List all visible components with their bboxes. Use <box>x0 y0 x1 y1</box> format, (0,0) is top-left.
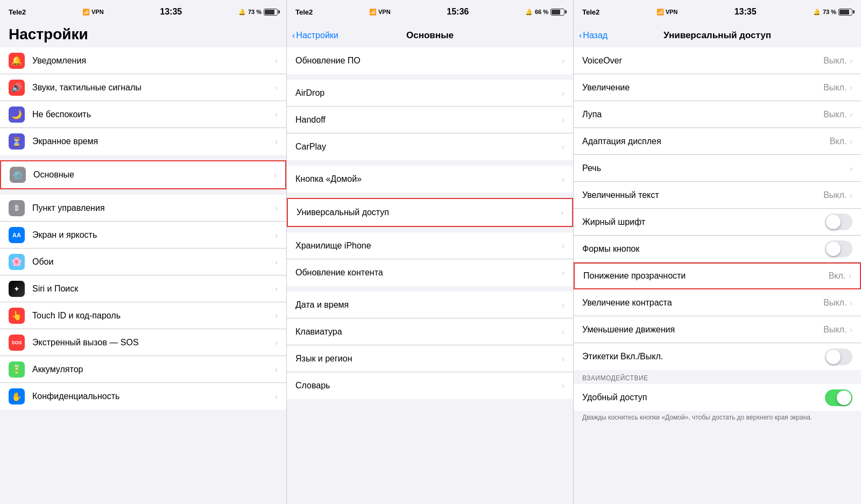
display-icon: AA <box>9 227 25 243</box>
touchid-label: Touch ID и код-пароль <box>32 311 275 321</box>
settings-list-3: VoiceOver Выкл. › Увеличение Выкл. › Луп… <box>574 47 861 504</box>
row-bgrefresh[interactable]: Обновление контента › <box>287 259 573 286</box>
page-title-1: Настройки <box>9 26 278 43</box>
row-privacy[interactable]: ✋ Конфиденциальность › <box>0 383 286 410</box>
reducemotion-chevron: › <box>850 325 852 334</box>
back-button-3[interactable]: ‹ Назад <box>579 31 608 40</box>
settings-list-1: 🔔 Уведомления › 🔊 Звуки, тактильные сигн… <box>0 47 286 504</box>
time-3: 13:35 <box>735 7 757 17</box>
row-battery[interactable]: 🔋 Аккумулятор › <box>0 356 286 383</box>
storage-label: Хранилище iPhone <box>295 241 562 251</box>
alarm-icon-1: 🔔 <box>238 9 246 16</box>
row-sounds[interactable]: 🔊 Звуки, тактильные сигналы › <box>0 74 286 101</box>
status-bar-3: Tele2 📶 VPN 13:35 🔔 73 % <box>574 0 861 24</box>
accessibility-label: Универсальный доступ <box>297 208 561 217</box>
row-increasecontrast[interactable]: Увеличение контраста Выкл. › <box>574 289 861 316</box>
battery-fill-3 <box>839 10 849 15</box>
row-datetime[interactable]: Дата и время › <box>287 292 573 318</box>
row-language[interactable]: Язык и регион › <box>287 345 573 372</box>
row-touchid[interactable]: 👆 Touch ID и код-пароль › <box>0 302 286 329</box>
notifications-icon: 🔔 <box>9 53 25 69</box>
boldtext-toggle[interactable] <box>825 214 852 230</box>
group-2-6: Дата и время › Клавиатура › Язык и регио… <box>287 292 573 399</box>
assistivetouch-label: Удобный доступ <box>582 393 825 402</box>
siri-label: Siri и Поиск <box>32 284 275 294</box>
row-reducetransparency[interactable]: Понижение прозрачности Вкл. › <box>574 262 861 289</box>
handoff-chevron: › <box>562 116 564 124</box>
row-zoom[interactable]: Увеличение Выкл. › <box>574 74 861 101</box>
row-buttonshapes[interactable]: Формы кнопок <box>574 236 861 262</box>
row-boldtext[interactable]: Жирный шрифт <box>574 209 861 236</box>
displayadapt-chevron: › <box>850 137 852 146</box>
group-2-3: Кнопка «Домой» › <box>287 166 573 193</box>
row-homebutton[interactable]: Кнопка «Домой» › <box>287 166 573 193</box>
row-largetext[interactable]: Увеличенный текст Выкл. › <box>574 182 861 209</box>
right-icons-3: 🔔 73 % <box>813 9 852 16</box>
row-screentime[interactable]: ⏳ Экранное время › <box>0 128 286 155</box>
row-handoff[interactable]: Handoff › <box>287 107 573 133</box>
battery-fill-2 <box>552 10 560 15</box>
onofflabels-label: Этикетки Вкл./Выкл. <box>582 352 825 361</box>
row-dictionary[interactable]: Словарь › <box>287 372 573 399</box>
reducetransparency-chevron: › <box>849 272 851 280</box>
privacy-label: Конфиденциальность <box>32 392 275 401</box>
row-assistivetouch[interactable]: Удобный доступ <box>574 384 861 411</box>
back-button-2[interactable]: ‹ Настройки <box>292 31 338 40</box>
row-general[interactable]: ⚙️ Основные › <box>1 161 285 188</box>
interaction-section-header: ВЗАИМОДЕЙСТВИЕ <box>574 370 861 384</box>
onofflabels-toggle[interactable] <box>825 349 852 365</box>
dictionary-chevron: › <box>562 381 564 390</box>
loupe-label: Лупа <box>582 110 823 119</box>
keyboard-label: Клавиатура <box>295 327 562 337</box>
voiceover-chevron: › <box>850 56 852 65</box>
row-keyboard[interactable]: Клавиатура › <box>287 318 573 345</box>
notifications-chevron: › <box>275 56 278 65</box>
row-speech[interactable]: Речь › <box>574 155 861 182</box>
row-reducemotion[interactable]: Уменьшение движения Выкл. › <box>574 316 861 343</box>
row-dnd[interactable]: 🌙 Не беспокоить › <box>0 101 286 128</box>
loupe-chevron: › <box>850 110 852 119</box>
increasecontrast-value: Выкл. <box>823 298 846 308</box>
back-chevron-3: ‹ <box>579 31 582 40</box>
battery-label: Аккумулятор <box>32 365 275 374</box>
group-1-1: 🔔 Уведомления › 🔊 Звуки, тактильные сигн… <box>0 47 286 155</box>
row-carplay[interactable]: CarPlay › <box>287 133 573 160</box>
storage-chevron: › <box>562 242 564 250</box>
row-loupe[interactable]: Лупа Выкл. › <box>574 101 861 128</box>
row-control[interactable]: 🎛 Пункт управления › <box>0 195 286 222</box>
wifi-icon-2: 📶 VPN <box>369 9 391 16</box>
row-accessibility[interactable]: Универсальный доступ › <box>288 199 572 226</box>
general-label: Основные <box>33 170 274 180</box>
row-wallpaper[interactable]: 🌸 Обои › <box>0 249 286 275</box>
dnd-icon: 🌙 <box>9 107 25 123</box>
buttonshapes-toggle-knob <box>826 242 841 256</box>
notifications-label: Уведомления <box>32 56 275 66</box>
assistivetouch-toggle[interactable] <box>825 389 852 406</box>
row-update[interactable]: Обновление ПО › <box>287 47 573 74</box>
row-display[interactable]: AA Экран и яркость › <box>0 222 286 249</box>
row-siri[interactable]: ✦ Siri и Поиск › <box>0 275 286 302</box>
accessibility-footer: Дважды коснитесь кнопки «Домой», чтобы д… <box>574 411 861 427</box>
dnd-chevron: › <box>275 110 278 119</box>
sos-label: Экстренный вызов — SOS <box>32 338 275 347</box>
control-icon: 🎛 <box>9 200 25 216</box>
buttonshapes-toggle[interactable] <box>825 240 852 257</box>
status-bar-2: Tele2 📶 VPN 15:36 🔔 66 % <box>287 0 573 24</box>
row-airdrop[interactable]: AirDrop › <box>287 80 573 107</box>
row-notifications[interactable]: 🔔 Уведомления › <box>0 47 286 74</box>
general-icon: ⚙️ <box>10 167 26 183</box>
status-bar-1: Tele2 📶 VPN 13:35 🔔 73 % <box>0 0 286 24</box>
row-displayadapt[interactable]: Адаптация дисплея Вкл. › <box>574 128 861 155</box>
row-onofflabels[interactable]: Этикетки Вкл./Выкл. <box>574 343 861 370</box>
group-1-2: ⚙️ Основные › <box>0 160 286 189</box>
accessibility-chevron: › <box>561 208 563 217</box>
group-3-1: VoiceOver Выкл. › Увеличение Выкл. › Луп… <box>574 47 861 370</box>
group-3-2: Удобный доступ <box>574 384 861 411</box>
zoom-label: Увеличение <box>582 83 823 93</box>
reducetransparency-value: Вкл. <box>829 271 846 281</box>
row-sos[interactable]: SOS Экстренный вызов — SOS › <box>0 329 286 356</box>
row-voiceover[interactable]: VoiceOver Выкл. › <box>574 47 861 74</box>
wallpaper-icon: 🌸 <box>9 254 25 270</box>
group-2-1: Обновление ПО › <box>287 47 573 74</box>
row-storage[interactable]: Хранилище iPhone › <box>287 232 573 259</box>
